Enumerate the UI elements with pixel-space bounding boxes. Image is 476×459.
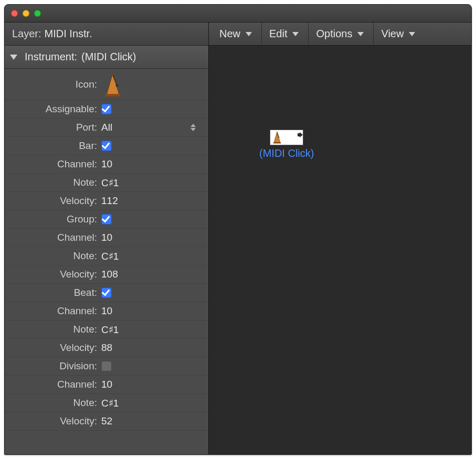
prop-label: Velocity: (5, 415, 101, 427)
bar-velocity-value[interactable]: 112 (101, 195, 208, 207)
menu-label: Edit (269, 28, 287, 40)
properties-list: Icon: Assignable: (5, 69, 208, 454)
prop-row-icon: Icon: (5, 69, 208, 100)
midi-click-object[interactable]: (MIDI Click) (259, 130, 314, 159)
content-area: Layer: MIDI Instr. Instrument: (MIDI Cli… (5, 23, 471, 454)
chevron-down-icon (357, 32, 364, 36)
main-area: New Edit Options View (209, 23, 471, 454)
menu-options[interactable]: Options (309, 23, 374, 45)
zoom-window-button[interactable] (34, 10, 41, 17)
prop-row-port: Port: All (5, 119, 208, 137)
prop-label: Note: (5, 177, 101, 188)
prop-row-division: Division: (5, 357, 208, 376)
chevron-down-icon (409, 32, 415, 36)
bar-channel-value[interactable]: 10 (101, 158, 208, 170)
chevron-down-icon (292, 32, 299, 36)
window-controls (11, 10, 41, 17)
prop-row-division-channel: Channel: 10 (5, 376, 208, 394)
menu-edit[interactable]: Edit (262, 23, 309, 45)
prop-row-beat-note: Note: C♯1 (5, 321, 208, 339)
bar-note-value[interactable]: C♯1 (101, 177, 208, 189)
prop-row-bar-note: Note: C♯1 (5, 174, 208, 192)
prop-label: Channel: (5, 305, 101, 317)
division-note-value[interactable]: C♯1 (101, 397, 208, 409)
svg-point-3 (116, 84, 119, 87)
menu-label: View (381, 28, 404, 40)
prop-row-bar-velocity: Velocity: 112 (5, 192, 208, 210)
beat-checkbox[interactable] (101, 287, 112, 298)
svg-rect-1 (105, 94, 120, 97)
minimize-window-button[interactable] (23, 10, 29, 17)
prop-label: Group: (5, 214, 101, 225)
object-label: (MIDI Click) (259, 147, 314, 159)
group-checkbox[interactable] (101, 214, 112, 225)
app-window: Layer: MIDI Instr. Instrument: (MIDI Cli… (4, 4, 472, 455)
prop-label: Velocity: (5, 342, 101, 354)
title-bar[interactable] (5, 5, 471, 23)
group-channel-value[interactable]: 10 (101, 232, 208, 243)
division-channel-value[interactable]: 10 (101, 379, 208, 390)
port-value: All (101, 122, 112, 133)
metronome-icon (101, 72, 124, 97)
prop-row-beat: Beat: (5, 284, 208, 302)
prop-row-group-note: Note: C♯1 (5, 247, 208, 265)
menu-view[interactable]: View (374, 23, 425, 45)
disclosure-triangle-icon[interactable] (10, 55, 17, 60)
bar-checkbox[interactable] (101, 141, 112, 151)
prop-value-icon[interactable] (101, 72, 208, 97)
prop-row-bar-channel: Channel: 10 (5, 155, 208, 174)
close-window-button[interactable] (11, 10, 18, 17)
prop-label: Division: (5, 360, 101, 372)
menu-label: Options (316, 28, 352, 40)
prop-label: Velocity: (5, 195, 101, 207)
group-velocity-value[interactable]: 108 (101, 269, 208, 280)
menu-label: New (219, 28, 240, 40)
menu-new[interactable]: New (212, 23, 262, 45)
object-icon (270, 130, 303, 145)
instrument-label: Instrument: (25, 51, 77, 63)
chevron-down-icon (246, 32, 252, 36)
prop-row-group-channel: Channel: 10 (5, 229, 208, 247)
select-chevrons-icon (191, 124, 196, 131)
prop-label: Channel: (5, 232, 101, 243)
prop-label: Port: (5, 122, 101, 133)
prop-row-division-note: Note: C♯1 (5, 394, 208, 412)
prop-label: Icon: (5, 79, 101, 90)
prop-label: Note: (5, 250, 101, 262)
metronome-icon (271, 131, 283, 144)
prop-row-beat-channel: Channel: 10 (5, 302, 208, 321)
prop-row-division-velocity: Velocity: 52 (5, 412, 208, 431)
prop-label: Channel: (5, 158, 101, 170)
beat-velocity-value[interactable]: 88 (101, 342, 208, 354)
assignable-checkbox[interactable] (101, 104, 112, 114)
layer-value: MIDI Instr. (45, 28, 92, 40)
division-checkbox[interactable] (101, 361, 112, 371)
inspector-sidebar: Layer: MIDI Instr. Instrument: (MIDI Cli… (5, 23, 209, 454)
prop-row-beat-velocity: Velocity: 88 (5, 339, 208, 357)
cable-icon (297, 131, 304, 138)
svg-marker-7 (298, 132, 303, 137)
prop-row-assignable: Assignable: (5, 100, 208, 119)
prop-label: Velocity: (5, 269, 101, 280)
prop-label: Note: (5, 397, 101, 409)
layer-label: Layer: (12, 28, 41, 40)
prop-row-bar: Bar: (5, 137, 208, 155)
main-toolbar: New Edit Options View (209, 23, 471, 46)
layer-selector[interactable]: Layer: MIDI Instr. (5, 23, 208, 46)
prop-label: Beat: (5, 287, 101, 298)
prop-row-group-velocity: Velocity: 108 (5, 265, 208, 284)
svg-rect-5 (273, 142, 281, 144)
beat-note-value[interactable]: C♯1 (101, 324, 208, 336)
instrument-header[interactable]: Instrument: (MIDI Click) (5, 46, 208, 69)
environment-canvas[interactable]: (MIDI Click) (209, 46, 471, 454)
beat-channel-value[interactable]: 10 (101, 305, 208, 317)
prop-label: Channel: (5, 379, 101, 390)
prop-row-group: Group: (5, 210, 208, 229)
group-note-value[interactable]: C♯1 (101, 250, 208, 262)
division-velocity-value[interactable]: 52 (101, 415, 208, 427)
instrument-value: (MIDI Click) (81, 51, 136, 63)
prop-label: Assignable: (5, 103, 101, 115)
prop-label: Bar: (5, 140, 101, 152)
prop-label: Note: (5, 324, 101, 335)
